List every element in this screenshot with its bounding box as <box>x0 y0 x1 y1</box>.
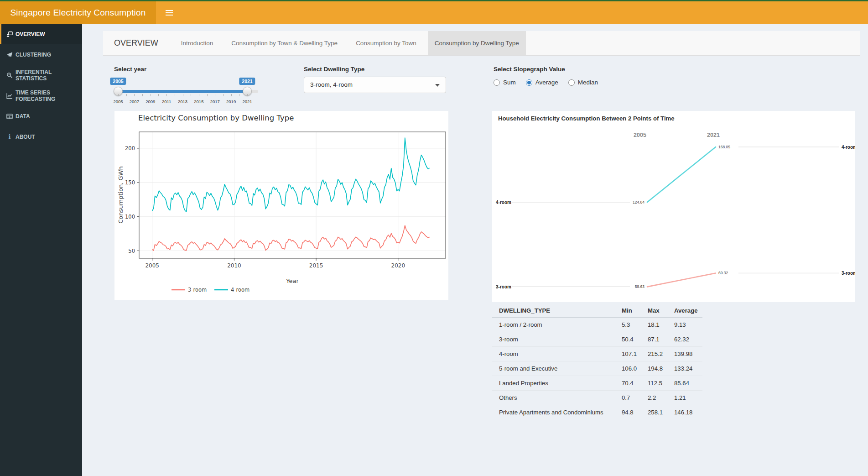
svg-text:69.32: 69.32 <box>718 271 728 275</box>
slider-tick <box>142 94 143 96</box>
svg-text:200: 200 <box>125 145 135 152</box>
info-icon: i <box>6 134 13 140</box>
svg-text:2005: 2005 <box>145 262 159 269</box>
dwelling-select[interactable]: 3-room, 4-room <box>304 77 446 93</box>
magnifier-chart-icon <box>6 72 13 78</box>
radio-option-label: Median <box>578 79 598 86</box>
sidebar-item-time-series-forecasting[interactable]: TIME SERIES FORECASTING <box>0 85 82 106</box>
y-axis-title: Consumption, GWh <box>117 166 124 224</box>
slope-radio-group: SumAverageMedian <box>494 79 608 86</box>
svg-text:4-room: 4-room <box>842 145 855 150</box>
x-axis-title: Year <box>286 277 299 284</box>
table-row: 4-room107.1215.2139.98 <box>492 346 702 361</box>
tab-introduction[interactable]: Introduction <box>174 31 220 55</box>
sidebar-item-inferential-statistics[interactable]: INFERENTIAL STATISTICS <box>0 65 82 85</box>
radio-sum[interactable]: Sum <box>494 79 516 86</box>
sidebar-item-label: CLUSTERING <box>16 52 51 58</box>
radio-average[interactable]: Average <box>526 79 558 86</box>
table-col-dwelling-type: DWELLING_TYPE <box>492 304 622 317</box>
table-cell: Others <box>492 390 622 405</box>
table-cell: 194.8 <box>648 361 674 376</box>
navbar <box>156 1 868 24</box>
tab-bar: OVERVIEW IntroductionConsumption by Town… <box>103 31 860 56</box>
radio-circle-icon <box>494 79 500 86</box>
table-cell: 133.24 <box>674 361 702 376</box>
table-cell: 2.2 <box>648 390 674 405</box>
table-cell: 50.4 <box>622 332 648 346</box>
slider-tick-label: 2007 <box>130 99 139 104</box>
legend-item-3-room[interactable]: 3-room <box>172 287 207 293</box>
dwelling-stats-table: DWELLING_TYPEMinMaxAverage 1-room / 2-ro… <box>492 304 702 419</box>
legend-item-4-room[interactable]: 4-room <box>214 287 249 293</box>
timeseries-chart[interactable]: 501001502002005201020152020Consumption, … <box>114 111 448 300</box>
tab-consumption-by-town[interactable]: Consumption by Town <box>349 31 423 55</box>
table-cell: 62.32 <box>674 332 702 346</box>
table-cell: 1.21 <box>674 390 702 405</box>
slope-year-header: 2005 <box>634 132 646 138</box>
sidebar-item-data[interactable]: DATA <box>0 106 82 126</box>
svg-text:4-room: 4-room <box>496 200 511 205</box>
slider-tick <box>239 94 239 96</box>
radio-circle-icon <box>568 79 575 86</box>
svg-text:2015: 2015 <box>309 262 323 269</box>
dwelling-type-control: Select Dwelling Type 3-room, 4-room <box>304 66 450 73</box>
slider-tick-label: 2021 <box>242 99 252 104</box>
year-slider-label: Select year <box>114 66 146 73</box>
y-axis: 50100150200 <box>125 145 139 254</box>
sidebar-item-about[interactable]: iABOUT <box>0 126 82 147</box>
radio-circle-icon <box>526 79 532 86</box>
table-cell: 0.7 <box>622 390 648 405</box>
table-cell: 18.1 <box>648 317 674 332</box>
radio-option-label: Sum <box>503 79 516 86</box>
dwelling-select-value: 3-room, 4-room <box>310 81 353 88</box>
sidebar-item-label: TIME SERIES FORECASTING <box>16 89 82 102</box>
radio-median[interactable]: Median <box>568 79 598 86</box>
table-row: 1-room / 2-room5.318.19.13 <box>492 317 702 332</box>
slider-range-fill[interactable] <box>118 90 247 93</box>
svg-text:2020: 2020 <box>391 262 405 269</box>
sidebar-item-label: OVERVIEW <box>16 31 45 37</box>
slider-tick <box>247 94 248 96</box>
slider-tick-label: 2011 <box>162 99 171 104</box>
svg-text:3-room: 3-room <box>842 271 855 276</box>
slider-tick <box>207 94 208 96</box>
table-row: Others0.72.21.21 <box>492 390 702 405</box>
table-cell: 9.13 <box>674 317 702 332</box>
table-row: 5-room and Executive106.0194.8133.24 <box>492 361 702 376</box>
slider-tick <box>231 94 232 96</box>
table-col-average: Average <box>674 304 702 317</box>
slider-tick <box>134 94 135 96</box>
sidebar-item-overview[interactable]: OVERVIEW <box>0 24 82 44</box>
svg-text:2010: 2010 <box>227 262 241 269</box>
slider-tick-label: 2009 <box>146 99 155 104</box>
tab-consumption-by-town-dwelling-type[interactable]: Consumption by Town & Dwelling Type <box>224 31 344 55</box>
table-row: Landed Properties70.4112.585.64 <box>492 376 702 390</box>
table-cell: 4-room <box>492 346 622 361</box>
svg-text:58.63: 58.63 <box>635 284 645 289</box>
slider-tick-label: 2015 <box>194 99 203 104</box>
app-logo[interactable]: Singapore Electricity Consumption <box>0 1 156 24</box>
tabset-title: OVERVIEW <box>114 38 158 48</box>
sidebar-item-clustering[interactable]: CLUSTERING <box>0 44 82 65</box>
slider-tick-label: 2017 <box>210 99 220 104</box>
dwelling-select-label: Select Dwelling Type <box>304 66 450 73</box>
paper-plane-icon <box>6 52 13 58</box>
table-cell: 112.5 <box>648 376 674 390</box>
radio-option-label: Average <box>535 79 558 86</box>
timeseries-panel: Electricity Consumption by Dwelling Type… <box>114 111 448 300</box>
table-row: 3-room50.487.162.32 <box>492 332 702 346</box>
table-cell: 106.0 <box>622 361 648 376</box>
slopegraph-panel: Household Electricity Consumption Betwee… <box>492 111 855 302</box>
svg-text:100: 100 <box>125 214 135 220</box>
sidebar-toggle-icon[interactable] <box>161 8 177 18</box>
chevron-down-icon <box>435 84 440 87</box>
slopegraph-chart[interactable]: 200520214-room124.84168.054-room3-room58… <box>492 111 855 302</box>
tab-consumption-by-dwelling-type[interactable]: Consumption by Dwelling Type <box>428 31 526 55</box>
table-cell: 5.3 <box>622 317 648 332</box>
svg-text:i: i <box>9 134 11 140</box>
slope-year-header: 2021 <box>707 132 720 138</box>
sidebar: OVERVIEWCLUSTERINGINFERENTIAL STATISTICS… <box>0 24 82 476</box>
table-cell: 146.18 <box>674 405 702 419</box>
series-4-room <box>152 138 430 212</box>
table-cell: Private Apartments and Condominiums <box>492 405 622 419</box>
